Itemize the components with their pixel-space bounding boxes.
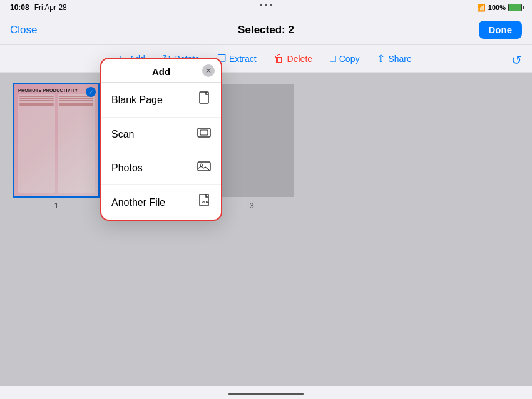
another-file-icon: PDF [198, 194, 211, 211]
modal-title: Add [152, 66, 170, 77]
share-icon: ⇧ [377, 53, 385, 64]
scan-label: Scan [111, 129, 134, 140]
battery-icon [508, 4, 522, 11]
modal-overlay [0, 73, 532, 386]
status-bar: 10:08 Fri Apr 28 📶 100% [0, 0, 532, 15]
done-button[interactable]: Done [479, 21, 523, 39]
delete-button[interactable]: 🗑 Delete [274, 53, 312, 64]
share-button[interactable]: ⇧ Share [377, 53, 411, 64]
photos-icon [197, 160, 211, 176]
toolbar-title: Selected: 2 [238, 24, 294, 36]
modal-item-scan[interactable]: Scan [101, 118, 221, 151]
toolbar: Close Selected: 2 Done [0, 15, 532, 45]
status-date: Fri Apr 28 [34, 3, 67, 12]
battery-percent: 100% [488, 4, 506, 11]
status-time: 10:08 [10, 3, 29, 12]
modal-close-button[interactable]: ✕ [202, 64, 215, 77]
svg-rect-0 [200, 92, 208, 103]
copy-icon: □ [330, 53, 336, 64]
modal-item-blank-page[interactable]: Blank Page [101, 83, 221, 118]
add-modal: Add ✕ Blank Page Scan Photos [100, 58, 222, 221]
svg-text:PDF: PDF [202, 200, 209, 204]
scan-icon [197, 126, 211, 142]
blank-page-label: Blank Page [111, 94, 163, 106]
status-right: 📶 100% [477, 4, 522, 12]
another-file-label: Another File [111, 197, 165, 208]
undo-button[interactable]: ↺ [511, 53, 522, 68]
close-button[interactable]: Close [10, 24, 37, 36]
modal-header: Add ✕ [101, 59, 221, 83]
svg-point-4 [200, 164, 203, 166]
home-indicator [228, 393, 304, 395]
wifi-icon: 📶 [477, 4, 486, 12]
action-bar: □ Add ↻ Rotate ❐ Extract 🗑 Delete □ Copy… [0, 45, 532, 73]
blank-page-icon [198, 91, 211, 108]
modal-item-another-file[interactable]: Another File PDF [101, 185, 221, 220]
three-dots [260, 4, 272, 6]
extract-button[interactable]: ❐ Extract [217, 53, 257, 64]
svg-rect-1 [198, 128, 210, 137]
modal-item-photos[interactable]: Photos [101, 151, 221, 185]
photos-label: Photos [111, 163, 143, 174]
copy-button[interactable]: □ Copy [330, 53, 359, 64]
svg-rect-2 [200, 130, 208, 135]
delete-icon: 🗑 [274, 53, 284, 64]
